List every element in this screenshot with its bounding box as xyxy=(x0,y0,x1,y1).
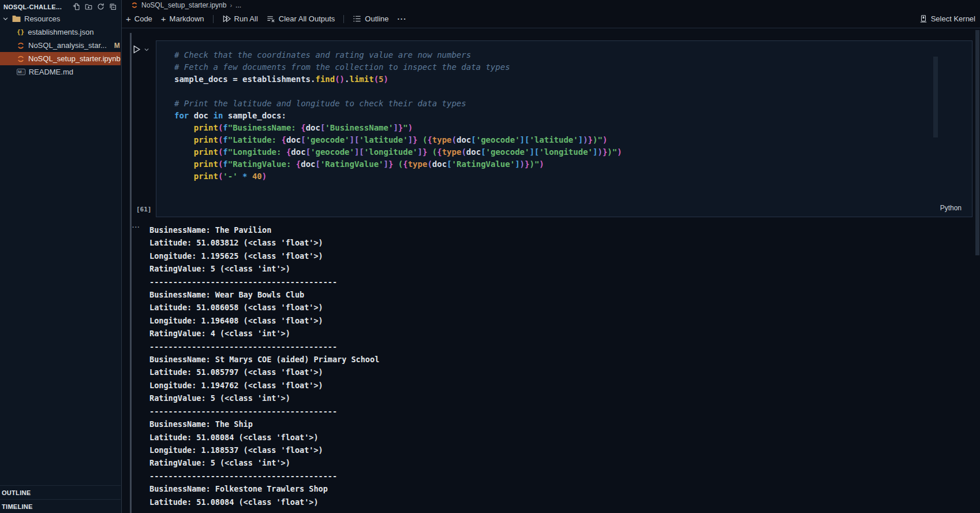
code-line: print(f"RatingValue: {doc['RatingValue']… xyxy=(174,158,967,170)
outline-button[interactable]: Outline xyxy=(353,14,388,23)
collapse-all-icon[interactable] xyxy=(109,3,117,10)
output-line: Longitude: 1.188537 (<class 'float'>) xyxy=(149,444,379,456)
button-label: Run All xyxy=(234,14,258,23)
timeline-panel-header[interactable]: TIMELINE xyxy=(0,499,121,513)
execution-count: [61] xyxy=(136,206,152,213)
cell-language-picker[interactable]: Python xyxy=(940,204,962,212)
code-line: # Check that the coordinates and rating … xyxy=(174,49,967,61)
workspace-title: NOSQL-CHALLE... xyxy=(3,3,62,10)
kernel-icon xyxy=(919,14,927,23)
explorer-sidebar: NOSQL-CHALLE... Resources xyxy=(0,0,122,513)
panel-label: TIMELINE xyxy=(2,503,33,510)
code-line: # Print the latitude and longitude to ch… xyxy=(174,98,967,110)
code-line: print(f"Latitude: {doc['geocode']['latit… xyxy=(174,134,967,146)
tree-item-establishments-json[interactable]: {} establishments.json xyxy=(0,25,121,39)
breadcrumb-file[interactable]: NoSQL_setup_starter.ipynb xyxy=(141,1,226,9)
code-line: # Fetch a few documents from the collect… xyxy=(174,61,967,73)
folder-icon xyxy=(12,15,21,23)
clear-all-outputs-button[interactable]: Clear All Outputs xyxy=(267,14,335,23)
sidebar-bottom-panels: OUTLINE TIMELINE xyxy=(0,485,121,513)
run-cell-controls[interactable] xyxy=(132,44,149,54)
tree-item-label: establishments.json xyxy=(28,28,93,36)
cell-output: BusinessName: The PavilionLatitude: 51.0… xyxy=(149,224,379,508)
notebook-scrollbar[interactable] xyxy=(975,30,979,255)
panel-label: OUTLINE xyxy=(2,489,31,496)
tree-item-nosql-setup[interactable]: NoSQL_setup_starter.ipynb xyxy=(0,52,121,65)
output-line: ---------------------------------------- xyxy=(149,405,379,418)
git-modified-badge: M xyxy=(114,42,120,50)
output-line: Longitude: 1.195625 (<class 'float'>) xyxy=(149,250,379,262)
button-label: Clear All Outputs xyxy=(279,14,335,23)
run-all-button[interactable]: Run All xyxy=(222,14,258,23)
tree-item-nosql-analysis[interactable]: NoSQL_analysis_star... M xyxy=(0,39,121,52)
jupyter-notebook-icon xyxy=(17,42,25,50)
output-line: Latitude: 51.086058 (<class 'float'>) xyxy=(149,301,379,314)
breadcrumb[interactable]: NoSQL_setup_starter.ipynb › ... xyxy=(122,0,980,10)
code-line: print(f"Longitude: {doc['geocode']['long… xyxy=(174,146,967,158)
output-line: RatingValue: 5 (<class 'int'>) xyxy=(149,456,379,469)
output-collapse-toggle[interactable]: ··· xyxy=(132,224,140,231)
new-folder-icon[interactable] xyxy=(85,3,92,10)
output-line: Latitude: 51.08084 (<class 'float'>) xyxy=(149,431,379,444)
toolbar-divider xyxy=(343,15,344,23)
output-line: BusinessName: The Ship xyxy=(149,418,379,430)
tree-item-resources[interactable]: Resources xyxy=(0,12,121,25)
output-line: BusinessName: St Marys COE (aided) Prima… xyxy=(149,353,379,366)
refresh-icon[interactable] xyxy=(97,3,104,10)
button-label: Code xyxy=(134,14,152,23)
chevron-down-icon xyxy=(2,16,9,22)
explorer-header: NOSQL-CHALLE... xyxy=(0,0,121,13)
add-code-cell-button[interactable]: + Code xyxy=(126,14,152,23)
clear-all-outputs-icon xyxy=(267,14,275,23)
button-label: Outline xyxy=(365,14,388,23)
editor-area: NoSQL_setup_starter.ipynb › ... + Code +… xyxy=(122,0,980,513)
code-line: print('-' * 40) xyxy=(174,170,967,183)
jupyter-notebook-icon xyxy=(17,55,25,63)
select-kernel-button[interactable]: Select Kernel xyxy=(919,14,975,23)
outline-list-icon xyxy=(353,14,361,23)
markdown-icon: M↓ xyxy=(17,69,25,75)
new-file-icon[interactable] xyxy=(73,3,80,10)
toolbar-more-button[interactable]: ··· xyxy=(398,14,407,23)
output-line: ---------------------------------------- xyxy=(149,340,379,353)
output-line: ---------------------------------------- xyxy=(149,276,379,288)
output-line: Latitude: 51.08084 (<class 'float'>) xyxy=(149,496,379,508)
tree-item-label: NoSQL_analysis_star... xyxy=(28,41,107,50)
cell-selection-bar xyxy=(130,33,132,513)
code-editor[interactable]: # Check that the coordinates and rating … xyxy=(156,41,972,183)
code-line: print(f"BusinessName: {doc['BusinessName… xyxy=(174,122,967,134)
button-label: Markdown xyxy=(170,14,204,23)
tree-item-label: README.md xyxy=(29,68,73,76)
output-line: RatingValue: 4 (<class 'int'>) xyxy=(149,327,379,340)
button-label: Select Kernel xyxy=(931,14,975,23)
run-dropdown-chevron-icon[interactable] xyxy=(144,47,149,53)
output-line: RatingValue: 5 (<class 'int'>) xyxy=(149,262,379,275)
tree-item-label: Resources xyxy=(24,14,60,23)
run-cell-icon[interactable] xyxy=(132,44,141,54)
code-cell: # Check that the coordinates and rating … xyxy=(156,40,972,217)
output-line: ---------------------------------------- xyxy=(149,470,379,482)
tree-item-readme[interactable]: M↓ README.md xyxy=(0,65,121,79)
json-icon: {} xyxy=(17,28,24,36)
plus-icon: + xyxy=(161,14,166,23)
outline-panel-header[interactable]: OUTLINE xyxy=(0,485,121,499)
notebook-body: # Check that the coordinates and rating … xyxy=(122,28,980,513)
jupyter-notebook-icon xyxy=(131,2,138,9)
output-line: RatingValue: 5 (<class 'int'>) xyxy=(149,392,379,404)
output-line: Longitude: 1.194762 (<class 'float'>) xyxy=(149,379,379,392)
output-line: BusinessName: Wear Bay Bowls Club xyxy=(149,288,379,301)
run-all-icon xyxy=(222,14,231,23)
plus-icon: + xyxy=(126,14,131,23)
breadcrumb-separator-icon: › xyxy=(230,2,232,9)
breadcrumb-tail[interactable]: ... xyxy=(235,1,241,9)
notebook-toolbar: + Code + Markdown Run All Clear All Outp… xyxy=(122,10,980,28)
cell-editor-scrollbar[interactable] xyxy=(933,57,938,137)
explorer-actions xyxy=(73,3,118,10)
output-line: Latitude: 51.085797 (<class 'float'>) xyxy=(149,366,379,378)
output-line: Latitude: 51.083812 (<class 'float'>) xyxy=(149,236,379,249)
output-line: BusinessName: Folkestone Trawlers Shop xyxy=(149,482,379,495)
code-line xyxy=(174,86,967,98)
add-markdown-cell-button[interactable]: + Markdown xyxy=(161,14,204,23)
code-line: for doc in sample_docs: xyxy=(174,110,967,122)
code-line: sample_docs = establishments.find().limi… xyxy=(174,73,967,86)
